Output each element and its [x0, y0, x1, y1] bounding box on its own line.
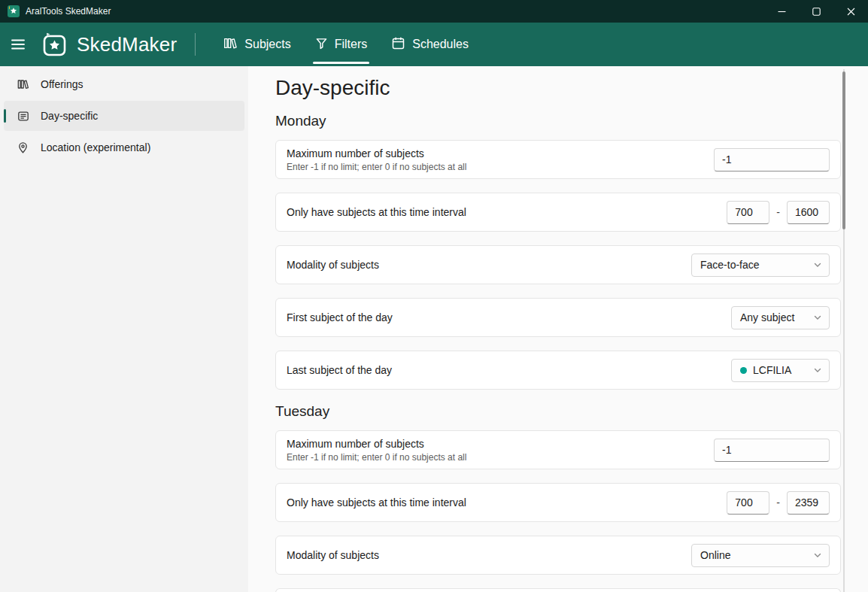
sidebar-item-offerings[interactable]: Offerings	[4, 69, 244, 99]
minimize-button[interactable]	[764, 0, 799, 23]
sidebar-item-label: Offerings	[41, 78, 83, 90]
titlebar: AralTools SkedMaker	[0, 0, 868, 23]
subject-color-dot	[740, 367, 747, 374]
time-interval-card: Only have subjects at this time interval…	[275, 193, 841, 232]
page-title: Day-specific	[275, 75, 841, 101]
selected-indicator	[4, 109, 6, 123]
app-header: SkedMaker Subjects Filters	[0, 23, 868, 66]
day-heading-tuesday: Tuesday	[275, 403, 841, 420]
max-subjects-card: Maximum number of subjects Enter -1 if n…	[275, 430, 841, 469]
books-icon	[223, 36, 238, 53]
sidebar-item-location[interactable]: Location (experimental)	[4, 132, 244, 162]
chevron-down-icon	[813, 260, 822, 269]
tab-filters[interactable]: Filters	[303, 23, 380, 66]
tab-subjects[interactable]: Subjects	[211, 23, 302, 66]
monday-last-subject-dropdown[interactable]: LCFILIA	[731, 359, 830, 382]
calendar-list-icon	[17, 111, 29, 122]
tuesday-time-from-input[interactable]	[727, 491, 769, 515]
books-icon	[17, 78, 29, 90]
day-heading-monday: Monday	[275, 113, 841, 129]
close-button[interactable]	[833, 0, 868, 23]
tuesday-time-to-input[interactable]	[787, 491, 830, 515]
monday-time-from-input[interactable]	[727, 201, 769, 224]
app-name: SkedMaker	[77, 33, 177, 56]
modality-card: Modality of subjects Online	[275, 536, 841, 575]
max-subjects-card: Maximum number of subjects Enter -1 if n…	[275, 140, 841, 179]
time-interval-card: Only have subjects at this time interval…	[275, 483, 841, 522]
app-icon	[8, 5, 20, 17]
nav-tabs: Subjects Filters Schedules	[211, 23, 481, 66]
filter-funnel-icon	[315, 37, 328, 53]
sidebar: Offerings Day-specific Location (experim…	[0, 66, 248, 592]
active-tab-indicator	[313, 62, 370, 64]
tuesday-modality-dropdown[interactable]: Online	[691, 544, 830, 567]
scrollbar-thumb[interactable]	[842, 71, 845, 229]
filter-card-partial	[275, 588, 841, 592]
maximize-button[interactable]	[799, 0, 833, 23]
monday-first-subject-dropdown[interactable]: Any subject	[731, 306, 830, 329]
calendar-icon	[391, 36, 405, 53]
header-divider	[195, 33, 196, 56]
tab-schedules[interactable]: Schedules	[379, 23, 481, 66]
app-logo-icon	[41, 31, 68, 58]
chevron-down-icon	[813, 366, 822, 375]
sidebar-item-label: Day-specific	[41, 110, 98, 122]
chevron-down-icon	[813, 313, 822, 322]
range-separator: -	[776, 206, 780, 218]
location-pin-icon	[17, 141, 29, 154]
menu-button[interactable]	[0, 23, 36, 66]
window-title: AralTools SkedMaker	[26, 6, 111, 17]
sidebar-item-label: Location (experimental)	[41, 141, 150, 153]
filters-panel: Day-specific Monday Maximum number of su…	[248, 66, 868, 592]
chevron-down-icon	[813, 551, 822, 560]
range-separator: -	[776, 496, 780, 509]
sidebar-item-day-specific[interactable]: Day-specific	[4, 101, 244, 131]
monday-modality-dropdown[interactable]: Face-to-face	[691, 253, 830, 277]
last-subject-card: Last subject of the day LCFILIA	[275, 351, 841, 390]
first-subject-card: First subject of the day Any subject	[275, 298, 841, 337]
monday-time-to-input[interactable]	[787, 201, 830, 224]
modality-card: Modality of subjects Face-to-face	[275, 245, 841, 284]
monday-max-subjects-input[interactable]	[714, 148, 830, 172]
tuesday-max-subjects-input[interactable]	[714, 439, 830, 462]
